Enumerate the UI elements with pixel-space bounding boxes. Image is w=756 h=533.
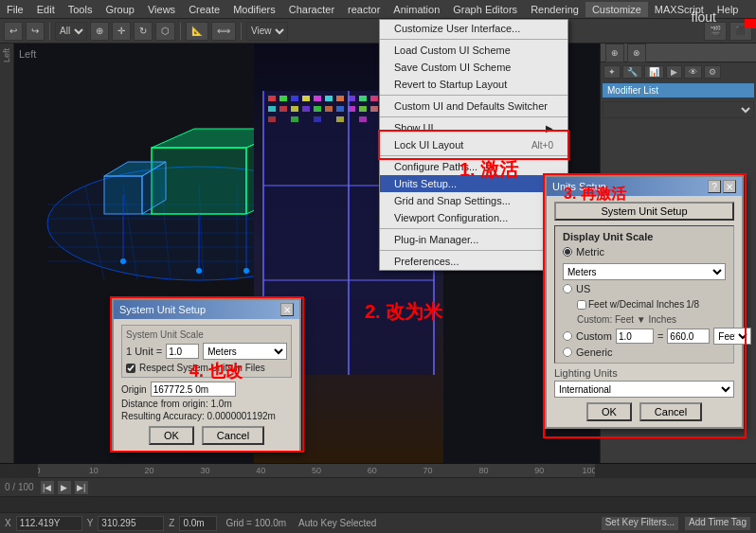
menu-tools[interactable]: Tools: [62, 2, 99, 17]
metric-select[interactable]: Meters: [563, 263, 726, 280]
menu-preferences[interactable]: Preferences...: [380, 253, 567, 270]
view-select[interactable]: View: [246, 22, 288, 41]
menu-load-custom[interactable]: Load Custom UI Scheme: [380, 42, 567, 59]
units-cancel-btn[interactable]: Cancel: [639, 402, 702, 421]
menu-revert-startup[interactable]: Revert to Startup Layout: [380, 76, 567, 93]
menu-file[interactable]: File: [0, 2, 30, 17]
undo-btn[interactable]: ↩: [4, 22, 23, 41]
svg-rect-57: [291, 116, 298, 122]
menu-rendering[interactable]: Rendering: [524, 2, 585, 17]
system-unit-ok-btn[interactable]: OK: [149, 426, 194, 445]
menu-customize-ui[interactable]: Customize User Interface...: [380, 20, 567, 37]
menu-viewport-config[interactable]: Viewport Configuration...: [380, 209, 567, 226]
tab-display[interactable]: 👁: [684, 65, 702, 79]
tab-utilities[interactable]: ⚙: [704, 65, 721, 79]
menu-custom-ui-defaults[interactable]: Custom UI and Defaults Switcher: [380, 98, 567, 115]
viewport-label: Left: [19, 48, 36, 60]
menu-lock-ui[interactable]: Lock UI Layout Alt+0: [380, 136, 567, 153]
menu-edit[interactable]: Edit: [30, 2, 62, 17]
svg-point-23: [120, 258, 126, 264]
display-unit-scale-title: Display Unit Scale: [563, 231, 726, 242]
rotate-btn[interactable]: ↻: [134, 22, 153, 41]
system-unit-close-btn[interactable]: ✕: [280, 303, 294, 316]
modifier-select[interactable]: [603, 101, 754, 118]
tab-modify[interactable]: 🔧: [622, 65, 642, 79]
mode-select[interactable]: All: [55, 22, 87, 41]
select-btn[interactable]: ⊕: [90, 22, 109, 41]
menu-character[interactable]: Character: [282, 2, 341, 17]
us-options-row: Feet w/Decimal Inches 1/8: [577, 299, 726, 310]
timeline-bar: 0 / 100 |◀ ▶ ▶|: [0, 478, 756, 497]
move-btn[interactable]: ✛: [112, 22, 131, 41]
svg-rect-50: [370, 106, 378, 112]
x-input[interactable]: [16, 516, 82, 531]
menu-save-custom[interactable]: Save Custom UI Scheme: [380, 59, 567, 76]
menu-group[interactable]: Group: [99, 2, 141, 17]
z-input[interactable]: [179, 516, 217, 531]
system-unit-cancel-btn[interactable]: Cancel: [202, 426, 264, 445]
menu-graph-editors[interactable]: Graph Editors: [446, 2, 524, 17]
generic-radio[interactable]: [563, 347, 572, 357]
us-feet-decimal-check[interactable]: [577, 300, 586, 310]
svg-rect-44: [302, 106, 310, 112]
tab-hierarchy[interactable]: 📊: [644, 65, 664, 79]
us-radio[interactable]: [563, 284, 572, 293]
menu-units-setup[interactable]: Units Setup...: [380, 175, 567, 192]
system-unit-dialog: System Unit Setup ✕ System Unit Scale 1 …: [112, 298, 301, 453]
custom-unit-select[interactable]: Feet: [713, 328, 751, 345]
svg-point-25: [243, 268, 249, 274]
menu-grid-snap[interactable]: Grid and Snap Settings...: [380, 192, 567, 209]
menu-sep1: [380, 39, 567, 40]
svg-point-24: [196, 268, 202, 274]
right-panel-btn1[interactable]: ⊕: [605, 44, 624, 62]
svg-rect-41: [268, 106, 276, 112]
menu-reactor[interactable]: reactor: [341, 2, 387, 17]
mirror-btn[interactable]: ⟺: [211, 22, 236, 41]
ruler-70: 70: [423, 466, 433, 475]
menu-show-ui[interactable]: Show UI ▶: [380, 119, 567, 136]
unit-value-input[interactable]: [166, 344, 199, 359]
units-setup-help-btn[interactable]: ?: [708, 180, 721, 193]
us-option2: Custom: Feet ▼ Inches: [577, 314, 676, 325]
menu-create[interactable]: Create: [182, 2, 226, 17]
svg-rect-46: [325, 106, 333, 112]
tab-create[interactable]: ✦: [603, 65, 621, 79]
next-frame-btn[interactable]: ▶|: [74, 480, 89, 495]
accuracy-label: Resulting Accuracy:: [121, 411, 205, 421]
svg-rect-59: [336, 116, 344, 122]
menu-views[interactable]: Views: [141, 2, 182, 17]
units-setup-close-btn[interactable]: ✕: [723, 180, 736, 193]
custom-row: Custom = Feet: [563, 328, 726, 345]
tab-motion[interactable]: ▶: [666, 65, 682, 79]
origin-row: Origin: [121, 382, 292, 397]
prev-frame-btn[interactable]: |◀: [40, 480, 55, 495]
scale-btn[interactable]: ⬡: [155, 22, 175, 41]
set-key-filters-btn[interactable]: Set Key Filters...: [601, 516, 679, 531]
display-unit-scale-section: Display Unit Scale Metric Meters US: [554, 225, 734, 364]
units-ok-btn[interactable]: OK: [586, 402, 632, 421]
menu-plugin-manager[interactable]: Plug-in Manager...: [380, 231, 567, 248]
system-unit-setup-btn[interactable]: System Unit Setup: [554, 202, 734, 221]
lighting-units-select[interactable]: International: [554, 381, 734, 398]
menu-modifiers[interactable]: Modifiers: [226, 2, 282, 17]
redo-btn[interactable]: ↪: [26, 22, 45, 41]
menu-animation[interactable]: Animation: [387, 2, 446, 17]
right-panel-btn2[interactable]: ⊗: [627, 44, 646, 62]
y-input[interactable]: [98, 516, 164, 531]
right-panel-header: ⊕ ⊗: [601, 44, 756, 62]
menu-customize[interactable]: Customize: [585, 2, 648, 17]
menu-sep4: [380, 155, 567, 156]
respect-units-check[interactable]: [126, 364, 135, 373]
unit-type-select[interactable]: Meters: [203, 343, 287, 360]
metric-radio[interactable]: [563, 247, 572, 257]
custom-radio[interactable]: [563, 331, 572, 341]
right-panel-tabs: ✦ 🔧 📊 ▶ 👁 ⚙: [601, 62, 756, 81]
unit-radio-group: Metric Meters US Feet w/Decimal Inches 1…: [563, 246, 726, 325]
origin-input[interactable]: [151, 382, 236, 397]
add-time-tag-btn[interactable]: Add Time Tag: [684, 516, 751, 531]
play-btn[interactable]: ▶: [57, 480, 72, 495]
snap-btn[interactable]: 📐: [186, 22, 208, 41]
custom-val2-input[interactable]: [667, 329, 710, 344]
custom-val1-input[interactable]: [616, 329, 654, 344]
menu-configure-paths[interactable]: Configure Paths...: [380, 158, 567, 175]
